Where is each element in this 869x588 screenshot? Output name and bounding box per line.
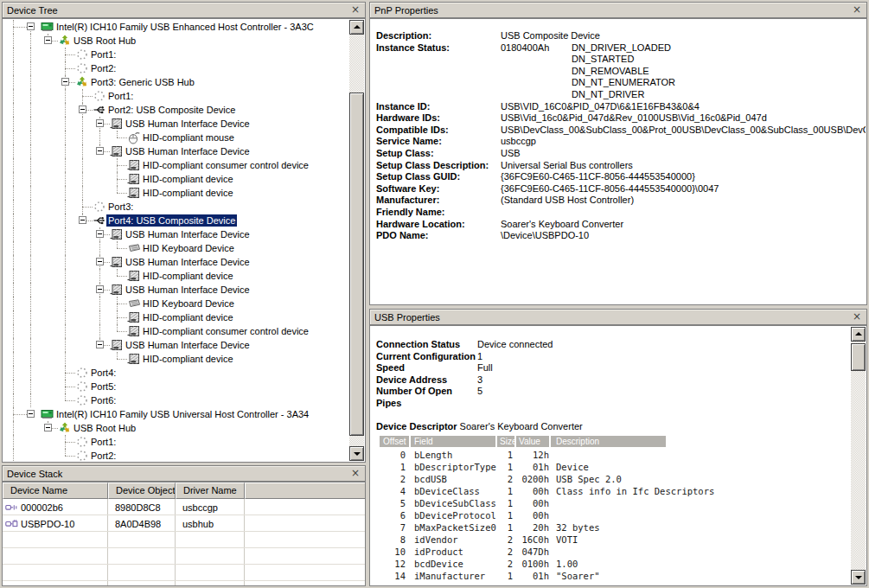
pnp-field-row: Description:USB Composite Device [376, 30, 866, 42]
tree-item[interactable]: USB Human Interface Device [3, 144, 349, 158]
descriptor-column-header: Field [411, 436, 497, 447]
descriptor-table-row[interactable]: 10idProduct2047Dh [380, 546, 668, 558]
descriptor-table-row[interactable]: 14iManufacturer101h"Soarer" [380, 570, 668, 582]
close-icon[interactable]: × [852, 312, 862, 322]
descriptor-table-row[interactable]: 5bDeviceSubClass100h [380, 497, 668, 509]
tree-item[interactable]: HID Keyboard Device [3, 241, 349, 255]
device-stack-column-header[interactable]: Driver Name [176, 483, 245, 499]
tree-item[interactable]: Port2: [3, 449, 349, 462]
device-stack-column-header[interactable]: Device Name [3, 483, 108, 499]
tree-guide-line [13, 269, 14, 283]
descriptor-table-row[interactable]: 0bLength112h [380, 449, 668, 461]
tree-item[interactable]: Port2: [3, 61, 349, 75]
close-icon[interactable]: × [350, 5, 361, 15]
device-stack-column-header[interactable]: Device Object [108, 483, 176, 499]
usb-properties-caption: USB Properties × [369, 309, 867, 325]
descriptor-table-row[interactable]: 15iProduct102h"Soarer's Keyboard Convert… [380, 582, 668, 585]
tree-collapse-toggle[interactable] [27, 22, 35, 30]
tree-item-label: Port3: [106, 201, 135, 213]
scroll-down-button[interactable] [851, 570, 866, 585]
usb-field-label: Connection Status [376, 339, 477, 351]
empty-port-icon [75, 449, 89, 462]
tree-guide-line [13, 200, 14, 214]
tree-collapse-toggle[interactable] [44, 36, 52, 44]
close-icon[interactable]: × [852, 5, 862, 15]
tree-collapse-toggle[interactable] [96, 147, 104, 155]
scroll-thumb[interactable] [851, 343, 866, 371]
tree-item[interactable]: USB Human Interface Device [3, 227, 349, 241]
usb-field-value: Full [477, 362, 493, 374]
tree-item[interactable]: Port4: [3, 366, 349, 380]
tree-collapse-toggle[interactable] [27, 410, 35, 418]
tree-guide-line [65, 310, 66, 324]
tree-item[interactable]: HID-compliant consumer control device [3, 324, 349, 338]
descriptor-table-row[interactable]: 12bcdDevice20100h1.00 [380, 558, 668, 570]
tree-collapse-toggle[interactable] [96, 341, 104, 348]
descriptor-table-row[interactable]: 4bDeviceClass100hClass info in Ifc Descr… [380, 485, 668, 497]
hid-device-icon [110, 144, 124, 158]
tree-item[interactable]: HID-compliant device [3, 352, 349, 366]
tree-item[interactable]: USB Human Interface Device [3, 117, 349, 131]
descriptor-cell: 1 [497, 521, 516, 534]
device-stack-row[interactable]: USBPDO-108A0D4B98usbhub [3, 515, 365, 532]
descriptor-table-row[interactable]: 6bDeviceProtocol100h [380, 509, 668, 521]
tree-collapse-toggle[interactable] [96, 258, 104, 265]
tree-item[interactable]: USB Root Hub [3, 421, 349, 435]
descriptor-cell [551, 509, 668, 521]
pnp-value-line: (Standard USB Host Controller) [501, 195, 634, 205]
tree-item[interactable]: Intel(R) ICH10 Family USB Enhanced Host … [3, 20, 349, 34]
tree-item[interactable]: Port6: [3, 393, 349, 407]
tree-item[interactable]: Intel(R) ICH10 Family USB Universal Host… [3, 407, 349, 421]
tree-item[interactable]: USB Root Hub [3, 34, 349, 48]
tree-item[interactable]: Port4: USB Composite Device [3, 214, 349, 227]
tree-item[interactable]: USB Human Interface Device [3, 338, 349, 352]
scroll-thumb[interactable] [349, 93, 364, 436]
tree-item[interactable]: HID-compliant device [3, 310, 349, 324]
tree-item[interactable]: HID Keyboard Device [3, 297, 349, 310]
tree-item[interactable]: HID-compliant consumer control device [3, 158, 349, 172]
tree-collapse-toggle[interactable] [96, 119, 104, 127]
tree-branch-line [117, 304, 127, 304]
close-icon[interactable]: × [350, 469, 361, 478]
tree-collapse-toggle[interactable] [79, 216, 86, 224]
tree-item[interactable]: Port1: [3, 89, 349, 103]
descriptor-table-row[interactable]: 2bcdUSB20200hUSB Spec 2.0 [380, 473, 668, 485]
tree-collapse-toggle[interactable] [44, 424, 52, 431]
tree-branch-line [117, 193, 127, 194]
descriptor-table-row[interactable]: 8idVendor216C0hVOTI [380, 534, 668, 546]
tree-item[interactable]: HID-compliant device [3, 172, 349, 186]
tree-item[interactable]: USB Human Interface Device [3, 283, 349, 297]
tree-item[interactable]: USB Human Interface Device [3, 255, 349, 269]
descriptor-table-row[interactable]: 7bMaxPacketSize0120h32 bytes [380, 521, 668, 534]
device-stack-row[interactable]: 000002b68980D8C8usbccgp [3, 499, 365, 515]
tree-item[interactable]: Port5: [3, 380, 349, 393]
tree-item-label: HID-compliant device [141, 311, 235, 323]
tree-collapse-toggle[interactable] [61, 78, 69, 86]
tree-guide-line [30, 34, 31, 48]
tree-guide-line [30, 269, 31, 283]
tree-item[interactable]: HID-compliant device [3, 186, 349, 200]
tree-item[interactable]: Port1: [3, 435, 349, 449]
tree-item[interactable]: HID-compliant device [3, 269, 349, 283]
scroll-up-button[interactable] [349, 20, 364, 35]
tree-item[interactable]: Port3: Generic USB Hub [3, 75, 349, 89]
pnp-field-row: Manufacturer:(Standard USB Host Controll… [376, 195, 866, 207]
tree-collapse-toggle[interactable] [96, 285, 104, 293]
scroll-down-button[interactable] [349, 446, 364, 461]
descriptor-table-row[interactable]: 1bDescriptorType101hDevice [380, 461, 668, 473]
tree-guide-line [99, 310, 100, 324]
usb-properties-scrollbar[interactable] [851, 327, 866, 585]
tree-collapse-toggle[interactable] [79, 105, 86, 113]
descriptor-cell: 1 [497, 582, 516, 585]
tree-item[interactable]: Port1: [3, 48, 349, 61]
device-stack-column-header[interactable] [245, 483, 365, 499]
tree-branch-line [117, 324, 118, 331]
scroll-up-button[interactable] [851, 327, 866, 342]
tree-item[interactable]: Port2: USB Composite Device [3, 103, 349, 117]
tree-collapse-toggle[interactable] [96, 230, 104, 238]
pnp-field-row: Service Name:usbccgp [376, 136, 866, 148]
tree-item[interactable]: Port3: [3, 200, 349, 214]
device-tree-scrollbar[interactable] [349, 20, 364, 461]
tree-branch-line [117, 179, 127, 180]
tree-item[interactable]: HID-compliant mouse [3, 131, 349, 144]
